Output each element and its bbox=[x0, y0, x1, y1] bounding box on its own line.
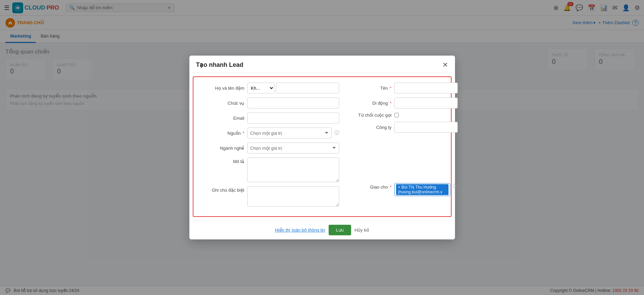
modal-tao-nhanh-lead: Tạo nhanh Lead ✕ Họ và tên đệm Kh... Anh bbox=[189, 56, 455, 116]
email-input[interactable] bbox=[247, 113, 339, 116]
chuc-vu-input[interactable] bbox=[247, 98, 339, 108]
email-label: Email bbox=[200, 116, 245, 116]
modal-header: Tạo nhanh Lead ✕ bbox=[189, 56, 455, 73]
di-dong-input[interactable] bbox=[394, 98, 458, 108]
chuc-vu-label: Chức vụ bbox=[200, 101, 245, 106]
form-grid: Họ và tên đệm Kh... Anh Chị Ông Bà bbox=[200, 83, 444, 116]
name-group: Kh... Anh Chị Ông Bà bbox=[247, 83, 339, 93]
ho-ten-label: Họ và tên đệm bbox=[200, 86, 245, 91]
modal-body: Họ và tên đệm Kh... Anh Chị Ông Bà bbox=[193, 76, 452, 116]
name-prefix-select[interactable]: Kh... Anh Chị Ông Bà bbox=[247, 83, 274, 93]
ten-input[interactable] bbox=[394, 83, 458, 93]
form-row-tu-choi: Từ chối cuộc gọi bbox=[347, 113, 458, 116]
ten-required: * bbox=[389, 86, 392, 91]
modal-title: Tạo nhanh Lead bbox=[196, 61, 244, 69]
di-dong-required: * bbox=[389, 101, 392, 106]
form-left-col: Họ và tên đệm Kh... Anh Chị Ông Bà bbox=[200, 83, 339, 116]
modal-overlay: Tạo nhanh Lead ✕ Họ và tên đệm Kh... Anh bbox=[0, 0, 644, 116]
form-row-chuc-vu: Chức vụ bbox=[200, 98, 339, 108]
form-row-ten: Tên * bbox=[347, 83, 458, 93]
form-row-di-dong: Di động * bbox=[347, 98, 458, 108]
tu-choi-checkbox-row bbox=[394, 113, 399, 116]
tu-choi-checkbox[interactable] bbox=[394, 113, 399, 116]
modal-close-button[interactable]: ✕ bbox=[442, 61, 448, 68]
form-right-col: Tên * Di động * Từ chối cuộc gọi bbox=[347, 83, 458, 116]
form-row-ho-ten: Họ và tên đệm Kh... Anh Chị Ông Bà bbox=[200, 83, 339, 93]
di-dong-label: Di động * bbox=[347, 101, 392, 106]
ho-ten-input[interactable] bbox=[276, 83, 339, 93]
ten-label: Tên * bbox=[347, 86, 392, 91]
tu-choi-label: Từ chối cuộc gọi bbox=[347, 113, 392, 116]
form-row-email: Email bbox=[200, 113, 339, 116]
